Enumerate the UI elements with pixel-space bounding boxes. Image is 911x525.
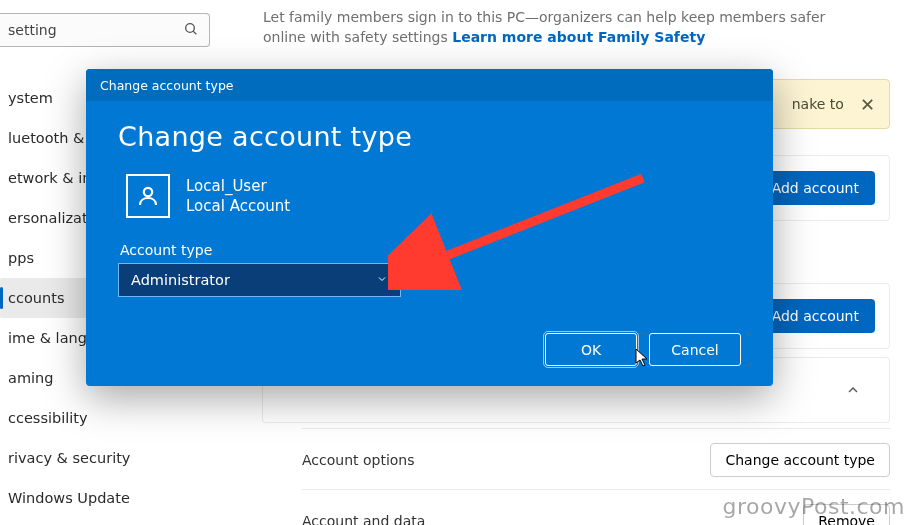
change-account-type-dialog: Change account type Change account type … [86, 69, 773, 386]
chevron-down-icon [376, 273, 388, 288]
page-description: Let family members sign in to this PC—or… [263, 8, 863, 47]
dialog-buttons: OK Cancel [545, 333, 741, 366]
dialog-body: Change account type Local_User Local Acc… [86, 101, 773, 386]
account-type-select[interactable]: Administrator [118, 263, 401, 297]
user-icon [126, 174, 170, 218]
chevron-up-icon [845, 378, 861, 403]
sidebar-item-privacy[interactable]: rivacy & security [0, 438, 225, 478]
notice-text-tail: nake to [792, 96, 844, 112]
account-type-label: Account type [118, 242, 741, 258]
account-type-value: Administrator [131, 272, 230, 288]
svg-line-1 [193, 31, 196, 34]
search-input-value: setting [8, 22, 57, 38]
account-options-label: Account options [302, 452, 415, 468]
account-data-label: Account and data [302, 513, 425, 526]
sidebar-item-accessibility[interactable]: ccessibility [0, 398, 225, 438]
dialog-user-sub: Local Account [186, 196, 290, 216]
change-account-type-button[interactable]: Change account type [710, 443, 890, 477]
svg-point-0 [186, 23, 195, 32]
dialog-user-row: Local_User Local Account [118, 174, 741, 218]
settings-window: setting ystem luetooth & de etwork & int… [0, 0, 911, 525]
dialog-user-names: Local_User Local Account [186, 176, 290, 217]
ok-button[interactable]: OK [545, 333, 637, 366]
learn-more-link[interactable]: Learn more about Family Safety [452, 29, 705, 45]
search-icon [183, 21, 199, 40]
account-data-row: Account and data Remove [302, 489, 890, 525]
account-options-row: Account options Change account type [302, 428, 890, 490]
sidebar-item-windows-update[interactable]: Windows Update [0, 478, 225, 518]
dialog-titlebar: Change account type [86, 69, 773, 101]
add-account-button[interactable]: Add account [756, 299, 875, 333]
dialog-user-name: Local_User [186, 176, 290, 196]
cancel-button[interactable]: Cancel [649, 333, 741, 366]
add-account-button[interactable]: Add account [756, 171, 875, 205]
search-input[interactable]: setting [0, 13, 210, 47]
dialog-heading: Change account type [118, 121, 741, 152]
svg-point-2 [144, 188, 152, 196]
close-icon[interactable]: ✕ [860, 94, 875, 115]
remove-button[interactable]: Remove [803, 504, 890, 526]
